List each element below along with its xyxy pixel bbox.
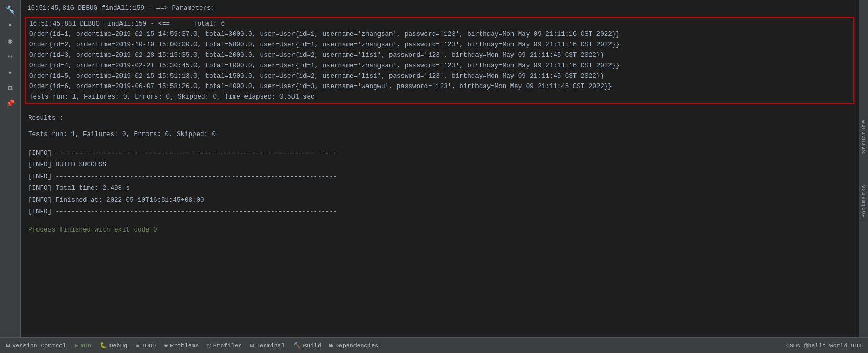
build-label: Build [303,342,321,349]
highlighted-line-4: Order{id=4, ordertime=2019-02-21 15:30:4… [29,60,850,71]
problems-tab[interactable]: ⊕ Problems [160,338,203,353]
todo-icon: ≡ [136,342,139,349]
info-line-4: [INFO] Finished at: 2022-05-10T16:51:45+… [28,194,851,206]
run-label: Run [80,342,91,349]
content-area[interactable]: 16:51:45,816 DEBUG findAll:159 - ==> Par… [21,0,859,337]
build-icon: 🔨 [293,342,301,349]
debug-label: Debug [109,342,128,349]
results-summary: Tests run: 1, Failures: 0, Errors: 0, Sk… [28,127,851,143]
layers-icon[interactable]: ⊞ [3,80,18,95]
status-text: CSDN @hello world 999 [786,342,866,349]
todo-tab[interactable]: ≡ TODO [131,338,160,353]
info-line-1: [INFO] BUILD SUCCESS [28,159,851,171]
terminal-tab[interactable]: ⊡ Terminal [246,338,289,353]
version-control-label: Version Control [12,342,66,349]
problems-icon: ⊕ [164,342,168,349]
terminal-icon: ⊡ [250,342,254,349]
eye-icon[interactable]: ◉ [3,33,18,48]
profiler-icon: ◌ [207,342,211,349]
results-label: Results : [28,111,851,127]
run-tab[interactable]: ▶ Run [70,338,95,353]
console-top-line: 16:51:45,816 DEBUG findAll:159 - ==> Par… [21,0,859,17]
info-line-3: [INFO] Total time: 2.498 s [28,182,851,194]
gear-icon[interactable]: ✦ [3,65,18,79]
debug-icon: 🐛 [100,342,107,349]
structure-label[interactable]: Structure [861,120,867,153]
process-finished-line: Process finished with exit code 0 [28,224,851,236]
highlighted-line-6: Order{id=6, ordertime=2019-06-07 15:58:2… [29,81,850,92]
square-icon[interactable]: ▪ [3,18,18,32]
pin-icon[interactable]: 📌 [3,96,18,111]
right-label-sidebar: Structure Bookmarks [859,0,868,337]
problems-label: Problems [170,342,199,349]
version-control-icon: ⊡ [6,342,10,349]
profiler-tab[interactable]: ◌ Profiler [203,338,246,353]
camera-icon[interactable]: ⊙ [3,49,18,64]
info-line-5: [INFO] ---------------------------------… [28,206,851,218]
info-line-0: [INFO] ---------------------------------… [28,148,851,160]
wrench-icon[interactable]: 🔧 [3,2,18,17]
dependencies-icon: ⊞ [329,342,333,349]
results-section: Results : Tests run: 1, Failures: 0, Err… [21,104,859,236]
profiler-label: Profiler [213,342,242,349]
highlighted-line-5: Order{id=5, ordertime=2019-02-15 15:51:1… [29,71,850,81]
highlighted-line-1: Order{id=1, ordertime=2019-02-15 14:59:3… [29,29,850,40]
highlighted-line-0: 16:51:45,831 DEBUG findAll:159 - <== Tot… [29,19,850,29]
run-icon: ▶ [75,342,78,349]
bottom-toolbar: ⊡ Version Control ▶ Run 🐛 Debug ≡ TODO ⊕… [0,337,868,353]
info-lines: [INFO] ---------------------------------… [28,148,851,218]
left-sidebar: 🔧 ▪ ◉ ⊙ ✦ ⊞ 📌 [0,0,21,337]
info-line-2: [INFO] ---------------------------------… [28,171,851,183]
build-tab[interactable]: 🔨 Build [289,338,325,353]
highlighted-output-block: 16:51:45,831 DEBUG findAll:159 - <== Tot… [25,17,854,104]
bookmarks-label[interactable]: Bookmarks [861,185,867,218]
main-area: 🔧 ▪ ◉ ⊙ ✦ ⊞ 📌 16:51:45,816 DEBUG findAll… [0,0,868,337]
todo-label: TODO [141,342,156,349]
version-control-tab[interactable]: ⊡ Version Control [2,338,70,353]
dependencies-label: Dependencies [335,342,378,349]
highlighted-line-2: Order{id=2, ordertime=2019-10-10 15:00:0… [29,40,850,50]
terminal-label: Terminal [256,342,285,349]
debug-tab[interactable]: 🐛 Debug [95,338,132,353]
highlighted-line-3: Order{id=3, ordertime=2019-02-28 15:15:3… [29,50,850,60]
dependencies-tab[interactable]: ⊞ Dependencies [325,338,383,353]
highlighted-line-7: Tests run: 1, Failures: 0, Errors: 0, Sk… [29,92,850,102]
